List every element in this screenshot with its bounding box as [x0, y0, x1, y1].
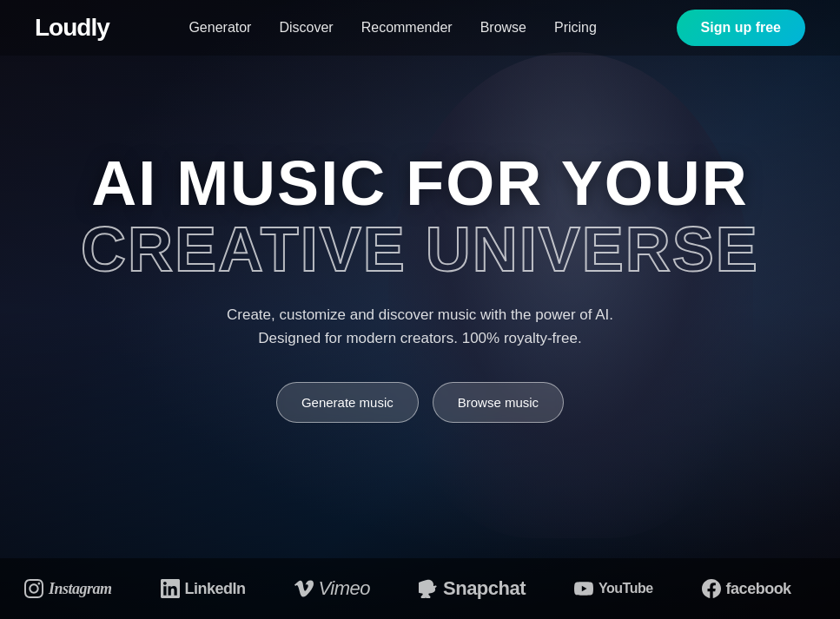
hero-title-line1: AI MUSIC FOR YOUR: [0, 151, 840, 217]
instagram-label: Instagram: [49, 580, 112, 598]
facebook-icon: [702, 579, 721, 598]
social-item-instagram[interactable]: Instagram: [24, 579, 112, 598]
signup-button[interactable]: Sign up free: [677, 10, 805, 46]
linkedin-icon: [161, 579, 180, 598]
hero-buttons: Generate music Browse music: [0, 382, 840, 423]
browse-music-button[interactable]: Browse music: [433, 382, 564, 423]
hero-subtitle: Create, customize and discover music wit…: [0, 303, 840, 350]
nav-link-discover[interactable]: Discover: [279, 20, 333, 35]
facebook-label: facebook: [726, 580, 791, 598]
linkedin-label: LinkedIn: [185, 580, 246, 598]
nav-link-recommender[interactable]: Recommender: [361, 20, 453, 35]
social-item-snapchat[interactable]: Snapchat: [419, 577, 526, 600]
nav-item-discover[interactable]: Discover: [279, 20, 333, 36]
snapchat-icon: [419, 579, 438, 598]
nav-item-pricing[interactable]: Pricing: [554, 20, 597, 36]
hero-content: AI MUSIC FOR YOUR CREATIVE UNIVERSE Crea…: [0, 56, 840, 423]
nav-item-recommender[interactable]: Recommender: [361, 20, 453, 36]
nav-link-browse[interactable]: Browse: [480, 20, 526, 35]
nav-link-pricing[interactable]: Pricing: [554, 20, 597, 35]
snapchat-label: Snapchat: [443, 577, 526, 600]
vimeo-icon: [294, 579, 314, 598]
nav-links: Generator Discover Recommender Browse Pr…: [189, 20, 596, 36]
social-item-facebook[interactable]: facebook: [702, 579, 791, 598]
generate-music-button[interactable]: Generate music: [276, 382, 419, 423]
social-item-vimeo[interactable]: Vimeo: [294, 577, 370, 600]
nav-item-browse[interactable]: Browse: [480, 20, 526, 36]
social-track: Instagram LinkedIn Vimeo Snapchat: [0, 577, 840, 600]
hero-title-line2: CREATIVE UNIVERSE: [0, 217, 840, 283]
social-item-youtube[interactable]: YouTube: [574, 579, 653, 598]
hero-subtitle-line1: Create, customize and discover music wit…: [227, 306, 613, 323]
social-item-linkedin[interactable]: LinkedIn: [161, 579, 246, 598]
vimeo-label: Vimeo: [319, 577, 370, 600]
nav-link-generator[interactable]: Generator: [189, 20, 251, 35]
logo[interactable]: Loudly: [35, 14, 109, 42]
youtube-icon: [574, 579, 593, 598]
instagram-icon: [24, 579, 43, 598]
navbar: Loudly Generator Discover Recommender Br…: [0, 0, 840, 56]
youtube-label: YouTube: [599, 581, 653, 596]
hero-subtitle-line2: Designed for modern creators. 100% royal…: [258, 330, 581, 346]
nav-item-generator[interactable]: Generator: [189, 20, 251, 36]
social-ticker: Instagram LinkedIn Vimeo Snapchat: [0, 558, 840, 619]
